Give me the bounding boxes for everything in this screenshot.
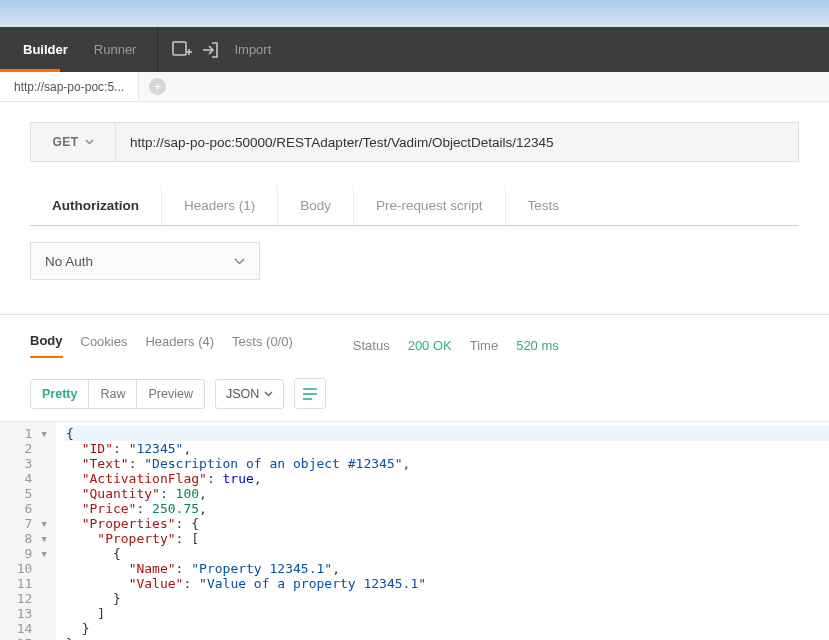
response-tab-cookies[interactable]: Cookies [81,334,128,357]
tab-headers[interactable]: Headers (1) [162,186,278,225]
url-bar: GET [30,122,799,162]
topbar-divider [157,27,158,72]
plus-icon: + [149,78,166,95]
response-tab-body[interactable]: Body [30,333,63,358]
chevron-down-icon [85,139,94,145]
tab-authorization[interactable]: Authorization [30,186,162,225]
tab-tests[interactable]: Tests [506,186,582,225]
time-label: Time [470,338,498,353]
http-method-selector[interactable]: GET [31,123,116,161]
request-tab-bar: http://sap-po-poc:5... + [0,72,829,102]
line-gutter: 1 ▾2 3 4 5 6 7 ▾8 ▾9 ▾10 11 12 13 14 15 [0,422,56,640]
line-wrap-toggle[interactable] [294,378,326,409]
new-tab-icon[interactable] [166,35,196,65]
add-request-tab[interactable]: + [139,72,176,101]
view-mode-pretty[interactable]: Pretty [31,380,89,408]
tab-body[interactable]: Body [278,186,354,225]
topbar-tab-runner[interactable]: Runner [81,27,150,72]
response-tab-tests[interactable]: Tests (0/0) [232,334,293,357]
view-mode-preview[interactable]: Preview [137,380,203,408]
chevron-down-icon [234,258,245,265]
view-mode-group: Pretty Raw Preview [30,379,205,409]
request-subtabs: Authorization Headers (1) Body Pre-reque… [30,186,799,226]
svg-rect-0 [173,42,186,55]
language-label: JSON [226,387,259,401]
format-row: Pretty Raw Preview JSON [0,378,829,409]
code-lines: { "ID": "12345", "Text": "Description of… [56,422,829,640]
section-divider [0,314,829,315]
view-mode-raw[interactable]: Raw [89,380,137,408]
status-label: Status [353,338,390,353]
topbar: Builder Runner Import [0,27,829,72]
status-value: 200 OK [408,338,452,353]
auth-type-label: No Auth [45,254,93,269]
import-label[interactable]: Import [234,42,271,57]
import-icon[interactable] [196,35,226,65]
topbar-tab-builder[interactable]: Builder [10,27,81,72]
window-titlebar-area [0,0,829,27]
chevron-down-icon [264,391,273,397]
url-input[interactable] [116,123,798,161]
active-tab-underline [0,69,60,72]
tab-prerequest[interactable]: Pre-request script [354,186,506,225]
auth-type-selector[interactable]: No Auth [30,242,260,280]
request-tab[interactable]: http://sap-po-poc:5... [0,72,139,101]
http-method-label: GET [52,135,78,149]
response-tab-bar: Body Cookies Headers (4) Tests (0/0) Sta… [0,333,829,358]
response-body-viewer[interactable]: 1 ▾2 3 4 5 6 7 ▾8 ▾9 ▾10 11 12 13 14 15 … [0,421,829,640]
response-tab-headers[interactable]: Headers (4) [145,334,214,357]
language-selector[interactable]: JSON [215,379,284,409]
time-value: 520 ms [516,338,559,353]
